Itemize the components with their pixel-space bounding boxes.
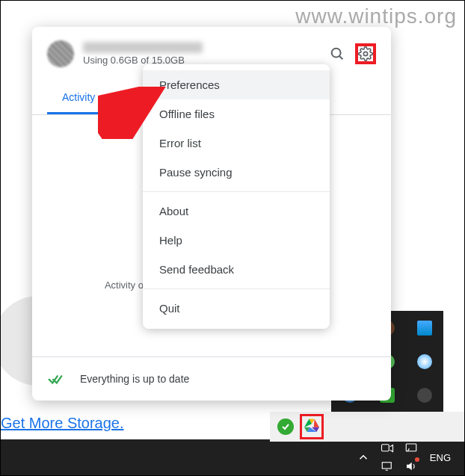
menu-error-list[interactable]: Error list xyxy=(143,129,330,158)
watermark-text: www.wintips.org xyxy=(295,4,457,28)
menu-preferences[interactable]: Preferences xyxy=(143,70,330,99)
windows-taskbar: ENG xyxy=(1,439,464,475)
svg-line-4 xyxy=(102,93,152,128)
tray-status-icon[interactable] xyxy=(277,418,294,435)
svg-line-1 xyxy=(339,56,342,59)
svg-rect-13 xyxy=(382,463,391,469)
svg-point-0 xyxy=(332,49,341,58)
annotation-arrow xyxy=(98,87,169,139)
check-icon xyxy=(47,371,64,387)
avatar[interactable] xyxy=(47,40,74,67)
user-info: Using 0.6GB of 15.0GB xyxy=(83,42,318,66)
tray-icon-app3[interactable] xyxy=(417,321,432,336)
tray-icon-steam[interactable] xyxy=(417,388,432,403)
svg-point-2 xyxy=(363,52,367,55)
menu-offline-files[interactable]: Offline files xyxy=(143,99,330,129)
taskbar-tray-row xyxy=(270,412,464,442)
cast-icon[interactable] xyxy=(404,442,418,455)
google-drive-tray-icon[interactable] xyxy=(300,414,324,439)
network-icon[interactable] xyxy=(381,460,394,473)
menu-quit[interactable]: Quit xyxy=(143,294,330,323)
menu-pause-syncing[interactable]: Pause syncing xyxy=(143,158,330,187)
header-icon-group xyxy=(327,43,376,64)
get-more-storage-link[interactable]: Get More Storage. xyxy=(1,415,124,432)
sync-status-text: Everything is up to date xyxy=(80,373,189,385)
tray-icon-app6[interactable] xyxy=(417,354,432,369)
svg-marker-7 xyxy=(314,419,319,427)
chevron-up-icon[interactable] xyxy=(357,451,370,464)
search-icon[interactable] xyxy=(327,43,348,64)
user-email-blurred xyxy=(83,42,203,53)
svg-rect-15 xyxy=(406,444,416,451)
svg-rect-12 xyxy=(381,445,389,451)
gear-icon[interactable] xyxy=(355,43,376,64)
meet-now-icon[interactable] xyxy=(381,442,394,455)
language-indicator[interactable]: ENG xyxy=(430,452,451,463)
notification-dot xyxy=(415,457,419,462)
popup-footer: Everything is up to date xyxy=(32,356,391,401)
menu-send-feedback[interactable]: Send feedback xyxy=(143,255,330,284)
menu-about[interactable]: About xyxy=(143,197,330,226)
menu-help[interactable]: Help xyxy=(143,226,330,255)
settings-dropdown: Preferences Offline files Error list Pau… xyxy=(143,64,330,329)
